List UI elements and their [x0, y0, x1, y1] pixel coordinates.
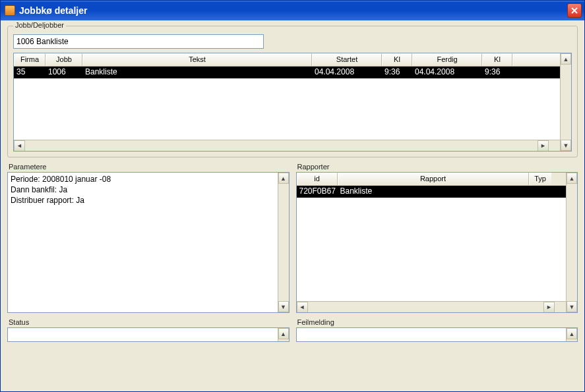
scroll-corner: [549, 140, 560, 152]
parametere-box: Periode: 2008010 januar -08 Dann bankfil…: [7, 172, 290, 313]
col-startet[interactable]: Startet: [312, 53, 382, 66]
scroll-corner: [555, 302, 566, 313]
rcell-id: 720F0B67: [297, 186, 338, 198]
col-tekst[interactable]: Tekst: [82, 53, 312, 66]
feilmelding-box: ▲: [296, 327, 578, 342]
scroll-down-button[interactable]: ▼: [567, 301, 577, 312]
table-row[interactable]: 720F0B67 Bankliste: [297, 186, 567, 198]
rapporter-grid: id Rapport Typ 720F0B67 Bankliste ◄: [296, 172, 578, 313]
scroll-left-button[interactable]: ◄: [14, 140, 25, 152]
jobb-groupbox: Jobb/Deljobber Firma Jobb Tekst Startet …: [7, 26, 578, 157]
col-firma[interactable]: Firma: [14, 53, 46, 66]
scroll-right-button[interactable]: ►: [543, 302, 555, 313]
status-vscroll[interactable]: ▲: [278, 328, 289, 341]
col-extra: [512, 53, 560, 66]
rapporter-vscroll[interactable]: ▲ ▼: [566, 173, 577, 312]
scroll-up-button[interactable]: ▲: [567, 328, 577, 339]
col-kl2[interactable]: Kl: [482, 53, 512, 66]
scroll-left-button[interactable]: ◄: [297, 302, 308, 313]
col-kl1[interactable]: Kl: [382, 53, 412, 66]
status-text[interactable]: [8, 328, 278, 341]
feilmelding-label: Feilmelding: [296, 318, 578, 326]
feilmelding-text[interactable]: [297, 328, 567, 341]
scroll-up-button[interactable]: ▲: [278, 173, 289, 184]
jobb-input[interactable]: [13, 34, 264, 49]
rcell-type: [529, 186, 551, 198]
titlebar: Jobbkø detaljer: [1, 1, 584, 20]
rapporter-header: id Rapport Typ: [297, 173, 567, 186]
col-jobb[interactable]: Jobb: [46, 53, 82, 66]
rapporter-hscroll[interactable]: ◄ ►: [297, 301, 567, 312]
rapporter-label: Rapporter: [296, 163, 578, 171]
scroll-up-button[interactable]: ▲: [567, 173, 577, 184]
jobb-vscroll[interactable]: ▲ ▼: [560, 53, 571, 151]
status-box: ▲: [7, 327, 290, 342]
rcell-rapport: Bankliste: [338, 186, 529, 198]
status-label: Status: [7, 318, 290, 326]
jobb-legend: Jobb/Deljobber: [13, 21, 66, 29]
scroll-down-button[interactable]: ▼: [278, 301, 289, 312]
cell-jobb: 1006: [46, 67, 82, 78]
jobb-hscroll[interactable]: ◄ ►: [14, 140, 560, 151]
window-title: Jobbkø detaljer: [19, 5, 567, 16]
cell-kl1: 9:36: [382, 67, 412, 78]
jobb-grid-body[interactable]: 35 1006 Bankliste 04.04.2008 9:36 04.04.…: [14, 67, 560, 140]
scroll-up-button[interactable]: ▲: [278, 328, 289, 339]
parametere-label: Parametere: [7, 163, 290, 171]
cell-kl2: 9:36: [482, 67, 512, 78]
jobb-grid: Firma Jobb Tekst Startet Kl Ferdig Kl 35…: [13, 53, 572, 152]
rcol-id[interactable]: id: [297, 173, 338, 185]
cell-ferdig: 04.04.2008: [412, 67, 482, 78]
scroll-up-button[interactable]: ▲: [561, 53, 571, 65]
parametere-text[interactable]: Periode: 2008010 januar -08 Dann bankfil…: [8, 173, 278, 312]
cell-tekst: Bankliste: [82, 67, 312, 78]
cell-firma: 35: [14, 67, 46, 78]
rapporter-body[interactable]: 720F0B67 Bankliste: [297, 186, 567, 301]
scroll-track[interactable]: [567, 184, 577, 301]
feilmelding-vscroll[interactable]: ▲: [566, 328, 577, 341]
cell-extra: [512, 67, 560, 78]
rcol-rapport[interactable]: Rapport: [338, 173, 529, 185]
close-button[interactable]: [567, 3, 582, 18]
parametere-vscroll[interactable]: ▲ ▼: [278, 173, 289, 312]
app-icon: [5, 5, 15, 16]
jobb-grid-header: Firma Jobb Tekst Startet Kl Ferdig Kl: [14, 53, 560, 67]
scroll-down-button[interactable]: ▼: [561, 140, 571, 151]
cell-startet: 04.04.2008: [312, 67, 382, 78]
content-area: Jobb/Deljobber Firma Jobb Tekst Startet …: [1, 20, 584, 391]
col-ferdig[interactable]: Ferdig: [412, 53, 482, 66]
table-row[interactable]: 35 1006 Bankliste 04.04.2008 9:36 04.04.…: [14, 67, 560, 78]
scroll-track[interactable]: [278, 184, 289, 301]
close-icon: [571, 7, 578, 14]
rcol-type[interactable]: Typ: [529, 173, 551, 185]
scroll-right-button[interactable]: ►: [538, 140, 549, 152]
scroll-track[interactable]: [561, 65, 571, 140]
